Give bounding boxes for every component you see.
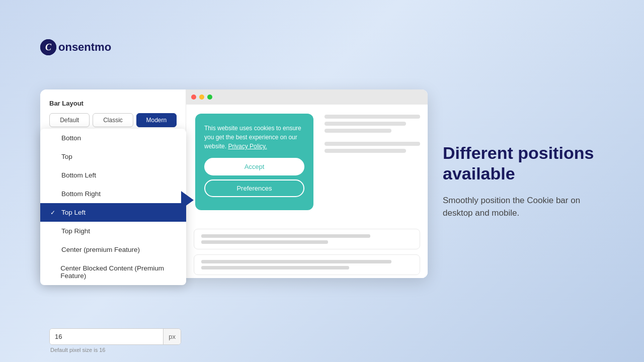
pixel-hint: Default pixel size is 16 [49,347,181,353]
minimize-dot [199,95,204,100]
content-block-2 [194,254,420,275]
dropdown-arrow [181,191,194,209]
accept-button[interactable]: Accept [204,158,304,175]
cookie-text: This website uses cookies to ensure you … [204,124,304,151]
preview-section: This website uses cookies to ensure you … [186,89,428,278]
privacy-policy-link[interactable]: Privacy Policy. [228,143,267,150]
dropdown-item-bottom-right[interactable]: Bottom Right [40,185,186,203]
svg-text:C: C [45,42,52,52]
content-block-1 [194,229,420,249]
default-layout-btn[interactable]: Default [49,113,90,127]
pixel-input-area: px Default pixel size is 16 [49,328,181,353]
pixel-size-input[interactable] [50,329,163,344]
dropdown-item-top[interactable]: Top [40,147,186,166]
logo-icon: C [40,39,56,55]
close-dot [191,95,196,100]
dropdown-item-botton[interactable]: Botton [40,129,186,147]
right-text-section: Different positions available Smoothly p… [443,143,604,220]
preferences-button[interactable]: Preferences [204,179,304,197]
logo-text: onsentmo [58,41,111,54]
browser-content: This website uses cookies to ensure you … [186,105,428,278]
dropdown-item-top-right[interactable]: Top Right [40,222,186,240]
bar-layout-label: Bar Layout [49,100,177,107]
pixel-unit-label: px [163,329,181,344]
right-heading: Different positions available [443,143,604,184]
cookie-popup: This website uses cookies to ensure you … [195,114,313,210]
right-description: Smoothly position the Cookie bar on desk… [443,194,604,219]
pixel-input-row: px [49,328,181,345]
modern-layout-btn[interactable]: Modern [136,113,177,127]
bottom-content-blocks [186,223,428,278]
layout-buttons: Default Classic Modern [49,113,177,127]
dropdown-item-bottom-left[interactable]: Bottom Left [40,166,186,185]
dropdown-item-top-left[interactable]: ✓ Top Left [40,203,186,222]
browser-bar [186,89,428,105]
dropdown-item-center[interactable]: Center (premium Feature) [40,240,186,259]
logo: C onsentmo [40,39,111,55]
position-dropdown: Botton Top Bottom Left Bottom Right ✓ To… [40,129,186,285]
dropdown-item-center-blocked[interactable]: Center Blocked Content (Premium Feature) [40,259,186,285]
maximize-dot [207,95,212,100]
classic-layout-btn[interactable]: Classic [93,113,133,127]
